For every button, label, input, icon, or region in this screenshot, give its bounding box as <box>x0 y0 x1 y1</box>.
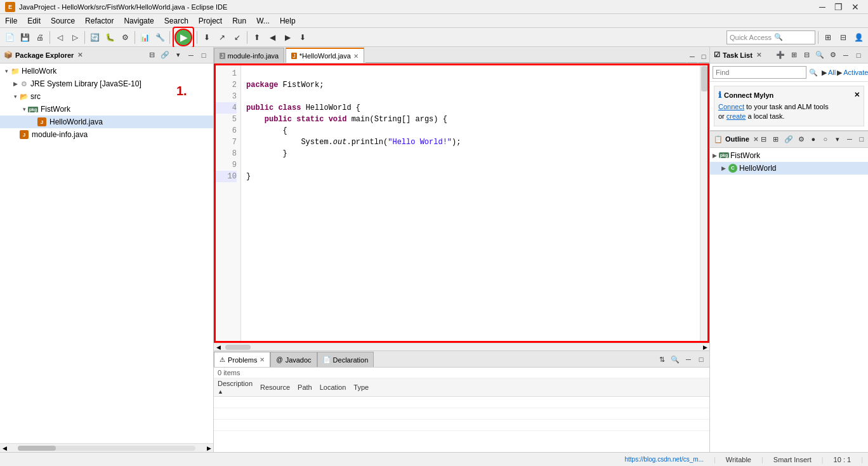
outline-btn2[interactable]: ⊞ <box>770 133 782 145</box>
outline-close[interactable]: ✕ <box>753 136 758 143</box>
quick-access-box[interactable]: Quick Access 🔍 <box>727 30 815 44</box>
tab-helloworld[interactable]: J *HelloWorld.java ✕ <box>286 48 364 63</box>
tab-problems[interactable]: ⚠ Problems ✕ <box>214 352 270 367</box>
outline-btn5[interactable]: ● <box>808 133 819 145</box>
scrollbar-thumb[interactable] <box>701 66 707 91</box>
menu-file[interactable]: File <box>0 15 22 27</box>
run-button[interactable]: ▶ <box>174 29 192 46</box>
toolbar-btn8[interactable]: ▶ <box>280 30 294 44</box>
toolbar-btn4[interactable]: ↗ <box>215 30 229 44</box>
outline-maximize-btn[interactable]: □ <box>856 133 867 145</box>
link-editor-btn[interactable]: 🔗 <box>159 49 171 62</box>
activate-filter-btn[interactable]: Activate... <box>843 69 868 76</box>
toolbar-btn3[interactable]: ⬇ <box>200 30 214 44</box>
prev-edit-button[interactable]: ◁ <box>53 30 67 44</box>
col-description[interactable]: Description ▲ <box>214 378 256 397</box>
menu-navigate[interactable]: Navigate <box>119 15 159 27</box>
tree-jre[interactable]: ▶ ⚙ JRE System Library [JavaSE-10] <box>0 77 213 90</box>
outline-fistwork[interactable]: ▶ pkg FistWork <box>710 149 868 162</box>
col-resource[interactable]: Resource <box>256 378 294 397</box>
tab-module-info[interactable]: J module-info.java <box>214 48 284 63</box>
h-scroll-thumb[interactable] <box>225 345 251 350</box>
all-filter-btn[interactable]: All <box>828 69 836 76</box>
outline-view-menu[interactable]: ▾ <box>832 133 843 145</box>
task-search-input[interactable] <box>713 66 806 79</box>
profile-button[interactable]: 📊 <box>138 30 152 44</box>
toolbar-btn6[interactable]: ⬆ <box>250 30 264 44</box>
editor-maximize-btn[interactable]: □ <box>698 50 709 63</box>
menu-project[interactable]: Project <box>194 15 227 27</box>
next-edit-button[interactable]: ▷ <box>68 30 82 44</box>
menu-help[interactable]: Help <box>275 15 301 27</box>
refresh-button[interactable]: 🔄 <box>88 30 102 44</box>
tree-module-file[interactable]: ▶ J module-info.java <box>0 128 213 141</box>
menu-run[interactable]: Run <box>227 15 251 27</box>
restore-button[interactable]: ❐ <box>831 2 846 12</box>
bottom-toolbar-btn2[interactable]: 🔍 <box>669 353 681 366</box>
editor-area[interactable]: 1 2 3 4 5 6 7 8 9 10 package FistWork; p… <box>214 63 709 343</box>
toolbar-btn2[interactable]: 🔧 <box>153 30 167 44</box>
editor-h-scrollbar[interactable]: ◀ ▶ <box>214 343 709 350</box>
editor-minimize-btn[interactable]: ─ <box>687 50 698 63</box>
view-menu-btn[interactable]: ▾ <box>173 49 184 62</box>
maximize-panel-btn[interactable]: □ <box>198 49 209 62</box>
tree-package[interactable]: ▾ pkg FistWork <box>0 103 213 116</box>
search-icon[interactable]: 🔍 <box>806 69 820 77</box>
pkg-scrollbar[interactable]: ◀ ▶ <box>0 443 213 452</box>
code-editor[interactable]: package FistWork; public class HelloWorl… <box>241 65 700 341</box>
task-btn3[interactable]: ⊟ <box>801 49 812 62</box>
bottom-minimize-btn[interactable]: ─ <box>683 353 694 366</box>
col-path[interactable]: Path <box>294 378 316 397</box>
perspective-btn3[interactable]: 👤 <box>852 30 865 44</box>
debug-button[interactable]: 🐛 <box>103 30 117 44</box>
perspective-btn1[interactable]: ⊞ <box>821 30 835 44</box>
save-button[interactable]: 💾 <box>18 30 32 44</box>
task-search-bar[interactable]: 🔍 ▶ All ▶ Activate... ? <box>710 63 868 82</box>
connect-link[interactable]: Connect <box>718 103 744 110</box>
tree-project[interactable]: ▾ 📁 HelloWork <box>0 65 213 77</box>
tab-declaration[interactable]: 📄 Declaration <box>317 352 374 367</box>
collapse-all-btn[interactable]: ⊟ <box>146 49 157 62</box>
menu-refactor[interactable]: Refactor <box>80 15 119 27</box>
minimize-panel-btn[interactable]: ─ <box>185 49 197 62</box>
menu-search[interactable]: Search <box>159 15 194 27</box>
task-btn4[interactable]: 🔍 <box>813 49 826 62</box>
outline-btn3[interactable]: 🔗 <box>782 133 795 145</box>
task-list-close[interactable]: ✕ <box>756 51 761 58</box>
close-button[interactable]: ✕ <box>848 2 863 12</box>
package-explorer-close[interactable]: ✕ <box>77 51 82 58</box>
scroll-right-arrow[interactable]: ▶ <box>204 444 213 453</box>
editor-vertical-scrollbar[interactable] <box>700 65 707 341</box>
toolbar-btn9[interactable]: ⬇ <box>296 30 310 44</box>
tree-helloworld-file[interactable]: ▶ J HelloWorld.java <box>0 116 213 128</box>
toolbar-btn7[interactable]: ◀ <box>265 30 279 44</box>
bottom-toolbar-btn1[interactable]: ⇅ <box>656 353 667 366</box>
task-new-btn[interactable]: ➕ <box>774 49 787 62</box>
new-button[interactable]: 📄 <box>3 30 16 44</box>
minimize-button[interactable]: ─ <box>815 2 829 12</box>
tab-javadoc[interactable]: @ Javadoc <box>270 352 317 367</box>
print-button[interactable]: 🖨 <box>33 30 47 44</box>
outline-btn1[interactable]: ⊟ <box>758 133 770 145</box>
coverage-button[interactable]: ⚙ <box>118 30 132 44</box>
connect-mylyn-close-btn[interactable]: ✕ <box>854 91 860 99</box>
scroll-thumb[interactable] <box>18 446 56 451</box>
col-type[interactable]: Type <box>350 378 372 397</box>
task-minimize-btn[interactable]: ─ <box>840 49 852 62</box>
scroll-left-arrow[interactable]: ◀ <box>0 444 9 453</box>
outline-minimize-btn[interactable]: ─ <box>844 133 855 145</box>
task-btn2[interactable]: ⊞ <box>788 49 799 62</box>
toolbar-btn5[interactable]: ↙ <box>230 30 244 44</box>
menu-edit[interactable]: Edit <box>22 15 46 27</box>
create-link[interactable]: create <box>727 112 746 120</box>
col-location[interactable]: Location <box>316 378 350 397</box>
perspective-btn2[interactable]: ⊟ <box>836 30 850 44</box>
tab-problems-close[interactable]: ✕ <box>260 356 265 363</box>
menu-source[interactable]: Source <box>46 15 80 27</box>
bottom-maximize-btn[interactable]: □ <box>695 353 707 366</box>
task-btn5[interactable]: ⚙ <box>827 49 839 62</box>
menu-w[interactable]: W... <box>251 15 275 27</box>
tab-helloworld-close[interactable]: ✕ <box>353 53 358 60</box>
tree-src[interactable]: ▾ 📂 src <box>0 90 213 103</box>
outline-btn6[interactable]: ○ <box>820 133 831 145</box>
